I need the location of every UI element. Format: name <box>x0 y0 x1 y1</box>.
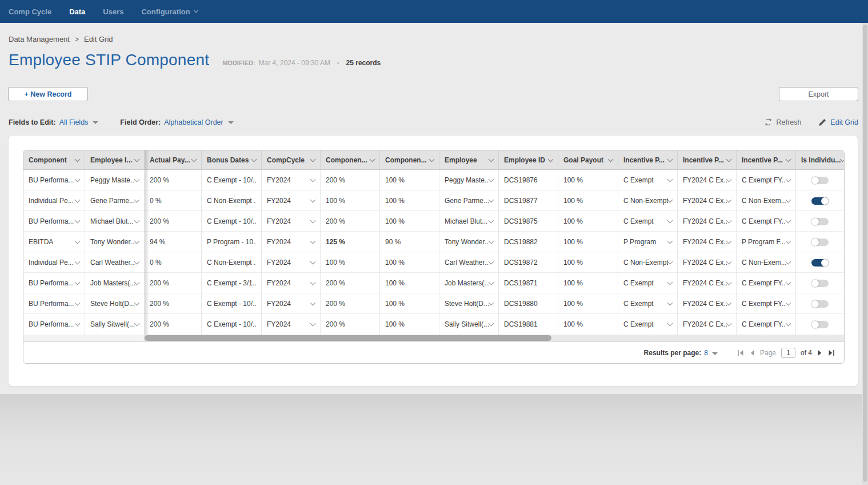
cell-goal-payout[interactable]: 100 % <box>558 211 618 232</box>
cell-actual-pay[interactable]: 200 % <box>145 211 202 232</box>
breadcrumb-section[interactable]: Data Management <box>9 35 70 43</box>
cell-actual-pay[interactable]: 200 % <box>145 273 202 293</box>
cell-incentive-p[interactable]: FY2024 C Ex... <box>678 252 737 273</box>
column-header-bonus-dates[interactable]: Bonus Dates <box>202 150 262 170</box>
cell-component[interactable]: BU Performa... <box>23 211 85 232</box>
cell-incentive-p[interactable]: FY2024 C Ex... <box>678 314 737 335</box>
cell-bonus-dates[interactable]: C Exempt - 3/1... <box>202 273 262 293</box>
cell-incentive-p[interactable]: FY2024 C Ex... <box>678 211 737 232</box>
cell-incentive-p[interactable]: P Program <box>618 232 678 252</box>
is-individual-toggle[interactable] <box>811 177 829 184</box>
cell-employee-i[interactable]: Carl Weather... <box>85 252 145 273</box>
cell-componen[interactable]: 100 % <box>380 170 439 190</box>
cell-goal-payout[interactable]: 100 % <box>558 170 618 190</box>
cell-component[interactable]: BU Performa... <box>23 314 85 335</box>
cell-employee-i[interactable]: Job Masters(... <box>85 273 145 293</box>
column-header-employee-i[interactable]: Employee I... <box>85 150 145 170</box>
cell-compcycle[interactable]: FY2024 <box>262 190 321 211</box>
cell-componen[interactable]: 100 % <box>321 190 380 211</box>
column-header-compcycle[interactable]: CompCycle <box>262 150 321 170</box>
cell-incentive-p[interactable]: C Exempt <box>618 273 678 293</box>
cell-bonus-dates[interactable]: C Exempt - 10/... <box>202 314 262 335</box>
cell-employee-id[interactable]: DCS19880 <box>499 293 558 314</box>
edit-grid-button[interactable]: Edit Grid <box>818 118 858 126</box>
cell-actual-pay[interactable]: 200 % <box>145 314 202 335</box>
cell-actual-pay[interactable]: 0 % <box>145 252 202 273</box>
cell-employee-i[interactable]: Tony Wonder... <box>85 232 145 252</box>
cell-incentive-p[interactable]: FY2024 C Ex... <box>678 170 737 190</box>
cell-employee[interactable]: Gene Parme... <box>439 190 499 211</box>
cell-incentive-p[interactable]: C Exempt FY... <box>737 314 796 335</box>
nav-item-users[interactable]: Users <box>103 7 123 16</box>
column-header-employee-id[interactable]: Employee ID <box>499 150 558 170</box>
cell-compcycle[interactable]: FY2024 <box>262 211 321 232</box>
cell-incentive-p[interactable]: FY2024 C Ex... <box>678 190 737 211</box>
cell-component[interactable]: Individual Pe... <box>23 252 85 273</box>
fields-to-edit-dropdown[interactable]: All Fields <box>59 118 89 126</box>
cell-employee-i[interactable]: Sally Sitwell(... <box>85 314 145 335</box>
is-individual-toggle[interactable] <box>811 197 829 205</box>
is-individual-toggle[interactable] <box>811 300 829 308</box>
cell-component[interactable]: BU Performa... <box>23 170 85 190</box>
column-header-is-individu[interactable]: Is Individu... <box>796 150 844 170</box>
column-header-incentive-p[interactable]: Incentive P... <box>678 150 737 170</box>
cell-goal-payout[interactable]: 100 % <box>558 293 618 314</box>
is-individual-toggle[interactable] <box>811 321 829 328</box>
column-header-employee[interactable]: Employee <box>439 150 499 170</box>
column-header-componen[interactable]: Componen... <box>321 150 380 170</box>
cell-employee-id[interactable]: DCS19882 <box>499 232 558 252</box>
cell-componen[interactable]: 100 % <box>380 273 439 293</box>
cell-compcycle[interactable]: FY2024 <box>262 232 321 252</box>
cell-incentive-p[interactable]: C Exempt FY... <box>737 170 796 190</box>
cell-employee[interactable]: Carl Weather... <box>439 252 499 273</box>
nav-item-comp-cycle[interactable]: Comp Cycle <box>9 7 51 16</box>
cell-employee-i[interactable]: Steve Holt(D... <box>85 293 145 314</box>
cell-incentive-p[interactable]: FY2024 C Ex... <box>678 273 737 293</box>
cell-employee-id[interactable]: DCS19877 <box>499 190 558 211</box>
cell-componen[interactable]: 200 % <box>321 293 380 314</box>
cell-incentive-p[interactable]: C Exempt <box>618 211 678 232</box>
vertical-scrollbar-thumb[interactable] <box>863 25 867 482</box>
refresh-button[interactable]: Refresh <box>764 118 802 126</box>
cell-employee[interactable]: Peggy Maste... <box>439 170 499 190</box>
column-header-actual-pay[interactable]: Actual Pay... <box>145 150 202 170</box>
column-header-goal-payout[interactable]: Goal Payout <box>558 150 618 170</box>
cell-bonus-dates[interactable]: C Exempt - 10/... <box>202 293 262 314</box>
nav-item-data[interactable]: Data <box>69 7 85 16</box>
cell-bonus-dates[interactable]: P Program - 10... <box>202 232 262 252</box>
cell-incentive-p[interactable]: C Non-Exem... <box>737 190 796 211</box>
cell-incentive-p[interactable]: FY2024 C Ex... <box>678 293 737 314</box>
is-individual-toggle[interactable] <box>811 218 829 225</box>
cell-goal-payout[interactable]: 100 % <box>558 232 618 252</box>
first-page-button[interactable] <box>737 349 744 356</box>
cell-compcycle[interactable]: FY2024 <box>262 314 321 335</box>
cell-componen[interactable]: 100 % <box>380 252 439 273</box>
export-button[interactable]: Export <box>779 87 858 101</box>
next-page-button[interactable] <box>817 349 823 356</box>
cell-employee-id[interactable]: DCS19872 <box>499 252 558 273</box>
cell-goal-payout[interactable]: 100 % <box>558 252 618 273</box>
cell-incentive-p[interactable]: C Non-Exem... <box>737 252 796 273</box>
cell-employee[interactable]: Steve Holt(D... <box>439 293 499 314</box>
cell-componen[interactable]: 100 % <box>321 252 380 273</box>
cell-componen[interactable]: 200 % <box>321 314 380 335</box>
cell-compcycle[interactable]: FY2024 <box>262 252 321 273</box>
cell-actual-pay[interactable]: 200 % <box>145 293 202 314</box>
cell-componen[interactable]: 100 % <box>380 314 439 335</box>
is-individual-toggle[interactable] <box>811 280 829 287</box>
horizontal-scrollbar-thumb[interactable] <box>145 335 551 341</box>
cell-componen[interactable]: 100 % <box>380 190 439 211</box>
cell-bonus-dates[interactable]: C Exempt - 10/... <box>202 211 262 232</box>
cell-incentive-p[interactable]: C Exempt <box>618 170 678 190</box>
cell-incentive-p[interactable]: FY2024 C Ex... <box>678 232 737 252</box>
cell-incentive-p[interactable]: C Exempt FY... <box>737 273 796 293</box>
column-header-componen[interactable]: Componen... <box>380 150 439 170</box>
cell-component[interactable]: BU Performa... <box>23 273 85 293</box>
cell-component[interactable]: BU Performa... <box>23 293 85 314</box>
page-input[interactable] <box>781 348 795 358</box>
cell-employee-i[interactable]: Peggy Maste... <box>85 170 145 190</box>
is-individual-toggle[interactable] <box>811 238 829 246</box>
column-header-component[interactable]: Component <box>23 150 85 170</box>
new-record-button[interactable]: + New Record <box>8 87 88 101</box>
cell-componen[interactable]: 125 % <box>321 232 380 252</box>
